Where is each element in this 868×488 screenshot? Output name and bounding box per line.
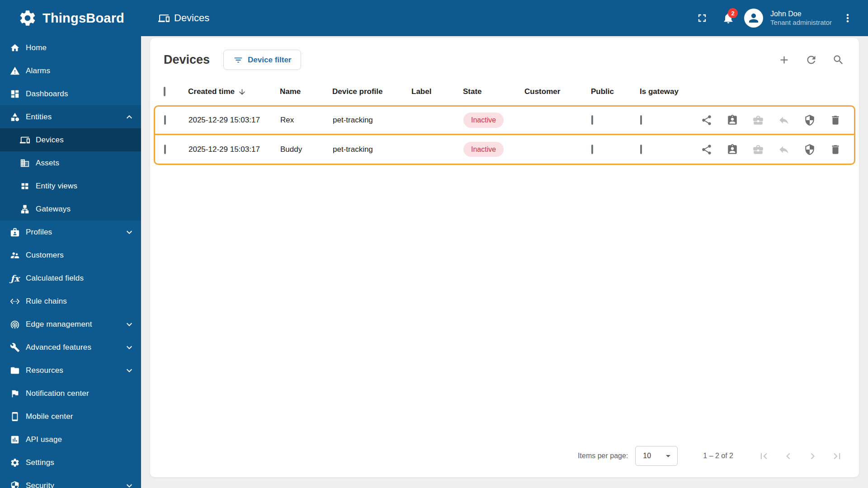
notifications-button[interactable]: 2 [718, 8, 739, 28]
sidebar-item-mobile-center[interactable]: Mobile center [0, 405, 141, 428]
public-checkbox[interactable] [591, 115, 593, 125]
chevron-down-icon [124, 319, 135, 330]
items-per-page-select[interactable]: 10 [635, 446, 678, 466]
refresh-button[interactable] [801, 50, 821, 70]
sidebar-item-resources[interactable]: Resources [0, 359, 141, 382]
sidebar-item-label: Notification center [26, 389, 89, 398]
column-header-created-time[interactable]: Created time [188, 87, 280, 96]
sidebar-item-alarms[interactable]: Alarms [0, 59, 141, 82]
manage-credentials-button[interactable] [801, 111, 819, 129]
column-header-public[interactable]: Public [591, 87, 640, 96]
sidebar-item-devices[interactable]: Devices [0, 128, 141, 151]
sidebar-item-label: Alarms [26, 66, 50, 75]
flag-icon [10, 389, 20, 399]
assignment-person-icon [726, 144, 738, 155]
sidebar-item-notification-center[interactable]: Notification center [0, 382, 141, 405]
sidebar-group-entities: Entities Devices Assets Entity views [0, 105, 141, 221]
table-row[interactable]: 2025-12-29 15:03:17 Buddy pet-tracking I… [154, 135, 855, 165]
device-filter-label: Device filter [248, 56, 291, 65]
sidebar-item-gateways[interactable]: Gateways [0, 197, 141, 221]
is-gateway-checkbox[interactable] [640, 145, 642, 154]
sidebar-item-entities[interactable]: Entities [0, 105, 141, 128]
sidebar-item-customers[interactable]: Customers [0, 244, 141, 267]
cell-name: Buddy [280, 145, 333, 154]
column-header-is-gateway[interactable]: Is gateway [640, 87, 697, 96]
user-menu-button[interactable] [837, 8, 858, 28]
previous-page-button[interactable] [776, 446, 800, 466]
gear-icon [10, 458, 20, 468]
sidebar-item-label: Devices [36, 136, 64, 145]
manage-edge-button [749, 111, 767, 129]
sidebar-item-calculated-fields[interactable]: ƒx Calculated fields [0, 267, 141, 290]
fullscreen-button[interactable] [692, 8, 712, 28]
column-header-name[interactable]: Name [280, 87, 332, 96]
delete-button[interactable] [826, 111, 844, 129]
first-page-button[interactable] [751, 446, 776, 466]
avatar[interactable] [744, 9, 763, 28]
sidebar-item-profiles[interactable]: Profiles [0, 221, 141, 244]
breadcrumb: Devices [158, 12, 209, 24]
column-header-device-profile[interactable]: Device profile [332, 87, 411, 96]
table-header-row: Created time Name Device profile Label S… [150, 78, 859, 105]
filter-icon [233, 55, 243, 65]
page-title: Devices [164, 53, 210, 67]
ethernet-icon [10, 296, 20, 306]
chevron-left-icon [782, 450, 794, 462]
sidebar-item-label: Rule chains [26, 297, 67, 306]
public-checkbox[interactable] [591, 145, 593, 154]
device-filter-button[interactable]: Device filter [223, 50, 301, 70]
sidebar-item-edge-management[interactable]: Edge management [0, 313, 141, 336]
is-gateway-checkbox[interactable] [640, 115, 642, 125]
last-page-icon [831, 450, 843, 462]
table-toolbar-actions [774, 50, 848, 70]
more-vert-icon [841, 12, 854, 24]
sidebar-item-label: Profiles [26, 228, 52, 237]
column-header-state[interactable]: State [463, 87, 524, 96]
items-per-page-label: Items per page: [578, 452, 628, 460]
add-device-button[interactable] [774, 50, 794, 70]
sidebar-item-home[interactable]: Home [0, 36, 141, 59]
chevron-up-icon [124, 112, 135, 122]
shield-icon [804, 144, 816, 155]
thingsboard-app: ThingsBoard Devices 2 John Doe Tenant ad… [0, 0, 868, 488]
card-toolbar: Devices Device filter [150, 38, 859, 78]
sidebar-item-advanced-features[interactable]: Advanced features [0, 336, 141, 359]
shield-icon [804, 114, 816, 126]
row-checkbox[interactable] [164, 115, 166, 125]
sidebar-item-security[interactable]: Security [0, 474, 141, 488]
sidebar-item-settings[interactable]: Settings [0, 451, 141, 474]
share-button[interactable] [698, 111, 716, 129]
logo[interactable]: ThingsBoard [0, 9, 141, 28]
assign-to-customer-button[interactable] [723, 111, 741, 129]
table-row[interactable]: 2025-12-29 15:03:17 Rex pet-tracking Ina… [154, 105, 855, 135]
next-page-button[interactable] [800, 446, 825, 466]
user-name: John Doe [770, 9, 832, 19]
sidebar-item-label: Dashboards [26, 89, 68, 99]
lan-icon [20, 204, 30, 214]
sidebar-item-label: Gateways [36, 205, 71, 214]
sidebar-item-entity-views[interactable]: Entity views [0, 174, 141, 197]
refresh-icon [805, 54, 817, 66]
items-per-page-value: 10 [643, 452, 651, 460]
trash-icon [830, 144, 841, 155]
manage-credentials-button[interactable] [801, 141, 819, 159]
row-checkbox[interactable] [164, 145, 166, 154]
app-title: ThingsBoard [42, 11, 124, 26]
select-all-checkbox[interactable] [164, 87, 165, 96]
sidebar-item-dashboards[interactable]: Dashboards [0, 82, 141, 105]
sidebar-item-api-usage[interactable]: API usage [0, 428, 141, 451]
sidebar-item-label: Entities [26, 113, 52, 122]
last-page-button[interactable] [825, 446, 849, 466]
column-header-customer[interactable]: Customer [524, 87, 591, 96]
assign-to-customer-button[interactable] [723, 141, 741, 159]
search-button[interactable] [828, 50, 848, 70]
sidebar-item-label: Mobile center [26, 412, 73, 421]
chevron-down-icon [124, 342, 135, 353]
chevron-down-icon [124, 480, 135, 488]
column-header-label[interactable]: Label [411, 87, 463, 96]
sidebar-item-assets[interactable]: Assets [0, 151, 141, 174]
delete-button[interactable] [826, 141, 844, 159]
home-icon [10, 43, 20, 53]
sidebar-item-rule-chains[interactable]: Rule chains [0, 290, 141, 313]
share-button[interactable] [698, 141, 716, 159]
